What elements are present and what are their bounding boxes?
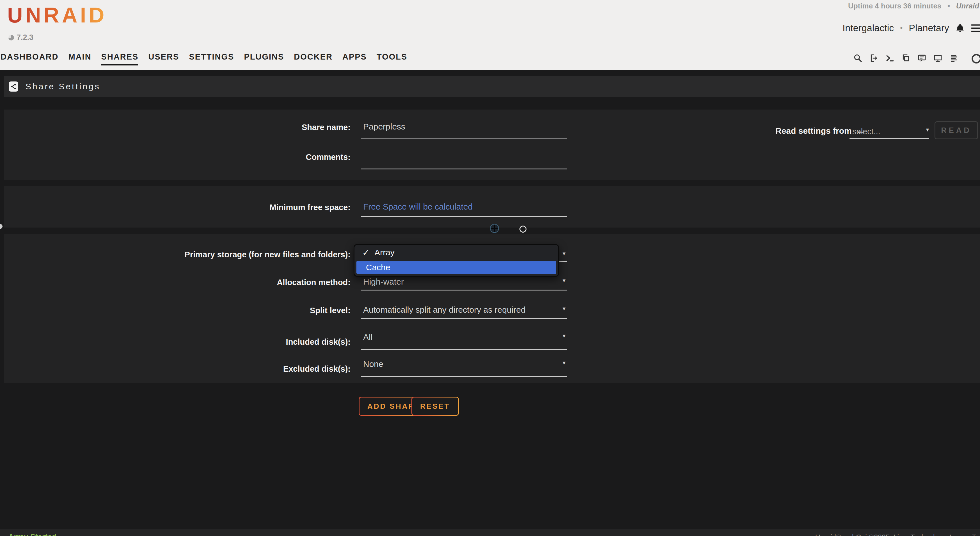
theme-icon[interactable] [972,54,980,64]
nav-settings[interactable]: SETTINGS [189,52,234,64]
read-button[interactable]: READ [934,121,978,139]
menu-hamburger-icon[interactable] [971,24,980,32]
unraid-share-settings-page: { "colors": { "accent_orange": "#f09c3d"… [0,0,980,536]
dropdown-option-cache[interactable]: Cache [356,261,556,274]
included-disks-label: Included disk(s): [4,337,350,347]
os-edition-text: Unraid OS Starter [956,2,980,10]
footer-copyright: Unraid® webGui ©2025, Lime Technology, I… [815,533,980,536]
share-name-label: Share name: [4,123,350,132]
page-title-bar: Share Settings [4,76,980,97]
server-description: Planetary [909,22,949,34]
display-icon[interactable] [933,53,943,63]
server-identity: Intergalactic • Planetary [843,22,980,34]
nav-users[interactable]: USERS [148,52,179,64]
copy-icon[interactable] [901,53,911,63]
allocation-caret-icon: ▼ [562,278,566,284]
split-level-underline [361,318,567,319]
primary-storage-caret-icon: ▼ [562,251,566,257]
main-nav: DASHBOARD MAIN SHARES USERS SETTINGS PLU… [0,52,407,65]
logout-icon[interactable] [869,53,879,63]
page-title: Share Settings [25,82,100,91]
edge-artifact [0,224,3,229]
nav-main[interactable]: MAIN [68,52,91,64]
read-settings-select[interactable]: select... [852,127,880,136]
excluded-disks-select[interactable]: None [363,359,383,369]
share-name-underline [361,139,567,139]
uptime-separator: • [943,2,954,10]
split-level-caret-icon: ▼ [562,306,566,312]
check-icon: ✓ [362,248,369,258]
copyright-text: Unraid® webGui ©2025, Lime Technology, I… [815,533,961,536]
nav-apps[interactable]: APPS [342,52,367,64]
min-free-underline [361,216,567,217]
footer-bar: Array Started Unraid® webGui ©2025, Lime… [0,529,980,536]
read-settings-underline [850,138,929,139]
move-cursor-icon [490,223,499,233]
panel-share-identity: Share name: Paperpless Comments: [4,110,980,180]
log-icon[interactable] [949,53,959,63]
nav-dashboard[interactable]: DASHBOARD [0,52,59,64]
toolbar-icons [853,53,959,63]
comments-underline [361,169,567,169]
version-number: 7.2.3 [17,33,33,42]
split-level-select[interactable]: Automatically split any directory as req… [363,305,526,314]
terms-link[interactable]: Terms [972,533,980,536]
version-badge: 7.2.3 [8,33,33,42]
reset-button[interactable]: RESET [411,397,459,416]
server-separator: • [900,24,902,32]
included-disks-caret-icon: ▼ [562,333,566,339]
read-settings-caret-icon: ▼ [925,127,930,133]
min-free-input[interactable]: Free Space will be calculated [363,202,473,212]
share-name-input[interactable]: Paperpless [363,122,405,131]
search-icon[interactable] [853,53,863,63]
option-array-label: Array [374,248,395,257]
min-free-label: Minimum free space: [4,203,350,212]
primary-storage-label: Primary storage (for new files and folde… [4,250,350,259]
excluded-disks-underline [361,376,567,377]
version-status-icon [8,35,14,40]
nav-plugins[interactable]: PLUGINS [244,52,284,64]
comments-label: Comments: [4,153,350,162]
notifications-bell-icon[interactable] [955,23,965,33]
click-ring-icon [519,226,527,233]
option-cache-label: Cache [366,263,390,272]
excluded-disks-label: Excluded disk(s): [4,364,350,373]
top-header: UNRAID 7.2.3 Uptime 4 hours 36 minutes •… [0,0,980,70]
split-level-label: Split level: [4,306,350,315]
nav-tools[interactable]: TOOLS [377,52,407,64]
uptime-text: Uptime 4 hours 36 minutes [848,2,941,10]
included-disks-select[interactable]: All [363,332,372,342]
unraid-logo[interactable]: UNRAID [7,3,107,27]
panel-free-space: Minimum free space: Free Space will be c… [4,186,980,228]
allocation-label: Allocation method: [4,278,350,287]
allocation-underline [361,290,567,290]
array-status[interactable]: Array Started [8,533,56,536]
terminal-icon[interactable] [885,53,895,63]
dropdown-option-array[interactable]: ✓ Array [355,245,558,260]
share-settings-icon [9,81,18,92]
uptime-line: Uptime 4 hours 36 minutes • Unraid OS St… [848,2,980,10]
server-name: Intergalactic [843,22,894,34]
included-disks-underline [361,349,567,350]
primary-storage-dropdown: ✓ Array Cache [353,244,559,277]
nav-shares[interactable]: SHARES [101,52,138,65]
feedback-icon[interactable] [917,53,927,63]
allocation-select[interactable]: High-water [363,277,404,287]
excluded-disks-caret-icon: ▼ [562,360,566,366]
nav-docker[interactable]: DOCKER [294,52,332,64]
